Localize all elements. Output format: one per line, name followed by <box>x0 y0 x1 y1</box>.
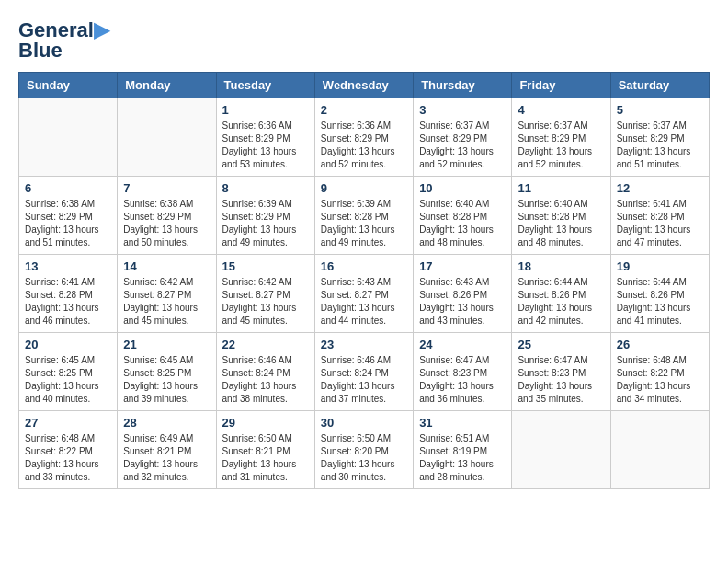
calendar-day-cell <box>19 98 118 177</box>
calendar-day-cell: 22Sunrise: 6:46 AM Sunset: 8:24 PM Dayli… <box>216 333 314 411</box>
calendar-day-cell: 13Sunrise: 6:41 AM Sunset: 8:28 PM Dayli… <box>19 255 118 333</box>
calendar-day-cell: 14Sunrise: 6:42 AM Sunset: 8:27 PM Dayli… <box>118 255 216 333</box>
day-number: 20 <box>25 338 111 351</box>
calendar-day-cell: 2Sunrise: 6:36 AM Sunset: 8:29 PM Daylig… <box>314 98 413 177</box>
calendar-week-row: 20Sunrise: 6:45 AM Sunset: 8:25 PM Dayli… <box>19 333 710 411</box>
day-number: 14 <box>123 259 210 273</box>
day-info: Sunrise: 6:42 AM Sunset: 8:27 PM Dayligh… <box>123 276 210 327</box>
calendar-day-cell: 25Sunrise: 6:47 AM Sunset: 8:23 PM Dayli… <box>512 333 610 411</box>
day-info: Sunrise: 6:47 AM Sunset: 8:23 PM Dayligh… <box>518 354 604 406</box>
day-info: Sunrise: 6:50 AM Sunset: 8:20 PM Dayligh… <box>321 432 407 484</box>
calendar-table: SundayMondayTuesdayWednesdayThursdayFrid… <box>18 72 710 489</box>
weekday-header: Wednesday <box>314 73 413 98</box>
day-info: Sunrise: 6:50 AM Sunset: 8:21 PM Dayligh… <box>222 432 309 484</box>
day-info: Sunrise: 6:44 AM Sunset: 8:26 PM Dayligh… <box>518 276 604 327</box>
day-number: 17 <box>419 259 506 273</box>
calendar-day-cell: 28Sunrise: 6:49 AM Sunset: 8:21 PM Dayli… <box>118 411 216 489</box>
day-info: Sunrise: 6:44 AM Sunset: 8:26 PM Dayligh… <box>617 276 703 327</box>
day-info: Sunrise: 6:43 AM Sunset: 8:27 PM Dayligh… <box>321 276 407 327</box>
calendar-header-row: SundayMondayTuesdayWednesdayThursdayFrid… <box>19 73 710 98</box>
day-info: Sunrise: 6:45 AM Sunset: 8:25 PM Dayligh… <box>25 354 111 406</box>
weekday-header: Thursday <box>414 73 512 98</box>
calendar-day-cell: 1Sunrise: 6:36 AM Sunset: 8:29 PM Daylig… <box>216 98 314 177</box>
day-number: 23 <box>321 338 407 351</box>
day-number: 12 <box>617 181 703 195</box>
logo: General▶ Blue <box>18 18 109 63</box>
calendar-week-row: 13Sunrise: 6:41 AM Sunset: 8:28 PM Dayli… <box>19 255 710 333</box>
day-number: 6 <box>25 181 111 195</box>
day-number: 28 <box>123 416 210 430</box>
day-number: 31 <box>419 416 506 430</box>
calendar-day-cell: 26Sunrise: 6:48 AM Sunset: 8:22 PM Dayli… <box>610 333 709 411</box>
day-info: Sunrise: 6:36 AM Sunset: 8:29 PM Dayligh… <box>222 120 309 171</box>
weekday-header: Monday <box>118 73 216 98</box>
day-number: 29 <box>222 416 309 430</box>
calendar-week-row: 6Sunrise: 6:38 AM Sunset: 8:29 PM Daylig… <box>19 177 710 255</box>
day-info: Sunrise: 6:40 AM Sunset: 8:28 PM Dayligh… <box>518 198 604 249</box>
day-info: Sunrise: 6:46 AM Sunset: 8:24 PM Dayligh… <box>222 354 309 406</box>
day-info: Sunrise: 6:42 AM Sunset: 8:27 PM Dayligh… <box>222 276 309 327</box>
day-number: 24 <box>419 338 506 351</box>
day-number: 22 <box>222 338 309 351</box>
weekday-header: Saturday <box>610 73 709 98</box>
day-info: Sunrise: 6:37 AM Sunset: 8:29 PM Dayligh… <box>617 120 703 171</box>
day-number: 18 <box>518 259 604 273</box>
calendar-day-cell: 19Sunrise: 6:44 AM Sunset: 8:26 PM Dayli… <box>610 255 709 333</box>
calendar-day-cell: 24Sunrise: 6:47 AM Sunset: 8:23 PM Dayli… <box>414 333 512 411</box>
day-info: Sunrise: 6:39 AM Sunset: 8:28 PM Dayligh… <box>321 198 407 249</box>
day-number: 30 <box>321 416 407 430</box>
day-info: Sunrise: 6:38 AM Sunset: 8:29 PM Dayligh… <box>25 198 111 249</box>
day-info: Sunrise: 6:46 AM Sunset: 8:24 PM Dayligh… <box>321 354 407 406</box>
day-info: Sunrise: 6:36 AM Sunset: 8:29 PM Dayligh… <box>321 120 407 171</box>
calendar-day-cell: 30Sunrise: 6:50 AM Sunset: 8:20 PM Dayli… <box>314 411 413 489</box>
day-number: 7 <box>123 181 210 195</box>
day-info: Sunrise: 6:48 AM Sunset: 8:22 PM Dayligh… <box>617 354 703 406</box>
day-number: 1 <box>222 103 309 117</box>
day-info: Sunrise: 6:37 AM Sunset: 8:29 PM Dayligh… <box>419 120 506 171</box>
day-info: Sunrise: 6:43 AM Sunset: 8:26 PM Dayligh… <box>419 276 506 327</box>
calendar-day-cell: 29Sunrise: 6:50 AM Sunset: 8:21 PM Dayli… <box>216 411 314 489</box>
calendar-day-cell: 11Sunrise: 6:40 AM Sunset: 8:28 PM Dayli… <box>512 177 610 255</box>
day-info: Sunrise: 6:41 AM Sunset: 8:28 PM Dayligh… <box>617 198 703 249</box>
day-info: Sunrise: 6:39 AM Sunset: 8:29 PM Dayligh… <box>222 198 309 249</box>
weekday-header: Sunday <box>19 73 118 98</box>
calendar-day-cell: 27Sunrise: 6:48 AM Sunset: 8:22 PM Dayli… <box>19 411 118 489</box>
day-number: 4 <box>518 103 604 117</box>
day-number: 19 <box>617 259 703 273</box>
calendar-day-cell <box>512 411 610 489</box>
day-number: 11 <box>518 181 604 195</box>
day-number: 2 <box>321 103 407 117</box>
day-info: Sunrise: 6:49 AM Sunset: 8:21 PM Dayligh… <box>123 432 210 484</box>
day-info: Sunrise: 6:37 AM Sunset: 8:29 PM Dayligh… <box>518 120 604 171</box>
weekday-header: Tuesday <box>216 73 314 98</box>
day-info: Sunrise: 6:48 AM Sunset: 8:22 PM Dayligh… <box>25 432 111 484</box>
calendar-week-row: 27Sunrise: 6:48 AM Sunset: 8:22 PM Dayli… <box>19 411 710 489</box>
day-number: 15 <box>222 259 309 273</box>
calendar-day-cell: 8Sunrise: 6:39 AM Sunset: 8:29 PM Daylig… <box>216 177 314 255</box>
calendar-day-cell: 3Sunrise: 6:37 AM Sunset: 8:29 PM Daylig… <box>414 98 512 177</box>
calendar-day-cell: 16Sunrise: 6:43 AM Sunset: 8:27 PM Dayli… <box>314 255 413 333</box>
calendar-day-cell: 21Sunrise: 6:45 AM Sunset: 8:25 PM Dayli… <box>118 333 216 411</box>
day-number: 27 <box>25 416 111 430</box>
calendar-day-cell: 7Sunrise: 6:38 AM Sunset: 8:29 PM Daylig… <box>118 177 216 255</box>
day-info: Sunrise: 6:40 AM Sunset: 8:28 PM Dayligh… <box>419 198 506 249</box>
calendar-day-cell: 10Sunrise: 6:40 AM Sunset: 8:28 PM Dayli… <box>414 177 512 255</box>
day-info: Sunrise: 6:45 AM Sunset: 8:25 PM Dayligh… <box>123 354 210 406</box>
day-info: Sunrise: 6:38 AM Sunset: 8:29 PM Dayligh… <box>123 198 210 249</box>
day-number: 3 <box>419 103 506 117</box>
calendar-week-row: 1Sunrise: 6:36 AM Sunset: 8:29 PM Daylig… <box>19 98 710 177</box>
day-number: 26 <box>617 338 703 351</box>
calendar-day-cell: 5Sunrise: 6:37 AM Sunset: 8:29 PM Daylig… <box>610 98 709 177</box>
calendar-day-cell: 20Sunrise: 6:45 AM Sunset: 8:25 PM Dayli… <box>19 333 118 411</box>
day-info: Sunrise: 6:51 AM Sunset: 8:19 PM Dayligh… <box>419 432 506 484</box>
calendar-day-cell: 23Sunrise: 6:46 AM Sunset: 8:24 PM Dayli… <box>314 333 413 411</box>
calendar-day-cell <box>118 98 216 177</box>
day-number: 10 <box>419 181 506 195</box>
day-number: 21 <box>123 338 210 351</box>
day-number: 25 <box>518 338 604 351</box>
weekday-header: Friday <box>512 73 610 98</box>
day-number: 9 <box>321 181 407 195</box>
calendar-day-cell: 17Sunrise: 6:43 AM Sunset: 8:26 PM Dayli… <box>414 255 512 333</box>
calendar-day-cell <box>610 411 709 489</box>
day-number: 16 <box>321 259 407 273</box>
